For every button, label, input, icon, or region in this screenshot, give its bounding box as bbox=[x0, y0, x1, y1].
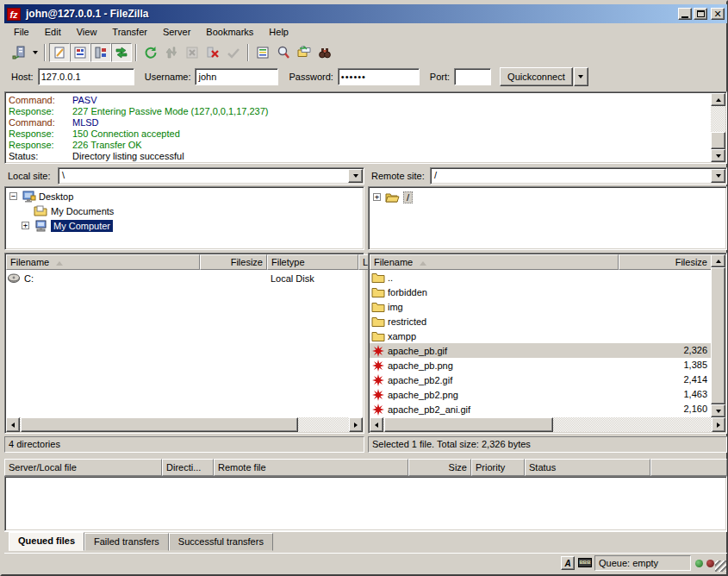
column-header-filename[interactable]: Filename bbox=[6, 254, 200, 270]
filter-button[interactable] bbox=[252, 43, 273, 62]
status-led-green-icon bbox=[695, 560, 703, 567]
log-scrollbar[interactable] bbox=[711, 93, 725, 162]
arrow-down-icon bbox=[716, 154, 721, 158]
toggle-queue-button[interactable] bbox=[111, 43, 132, 62]
toggle-message-log-button[interactable] bbox=[49, 43, 70, 62]
tree-item-desktop[interactable]: − Desktop bbox=[5, 189, 364, 203]
scroll-up-button[interactable] bbox=[711, 93, 725, 106]
column-header-status[interactable]: Status bbox=[525, 459, 650, 476]
directory-comparison-button[interactable] bbox=[273, 43, 294, 62]
local-list-header: Filename Filesize Filetype L bbox=[6, 254, 363, 270]
remote-vscrollbar[interactable] bbox=[711, 254, 725, 417]
file-name: C: bbox=[24, 273, 34, 284]
host-input[interactable] bbox=[38, 68, 134, 85]
scrollbar-thumb[interactable] bbox=[711, 267, 725, 404]
tab-successful-transfers[interactable]: Successful transfers bbox=[169, 533, 273, 551]
scroll-down-button[interactable] bbox=[711, 404, 725, 417]
remote-hscrollbar[interactable] bbox=[370, 417, 725, 432]
remote-row[interactable]: apache_pb.png 1,385 bbox=[370, 358, 711, 373]
site-manager-button[interactable] bbox=[9, 43, 29, 62]
menu-server[interactable]: Server bbox=[155, 25, 198, 39]
transfer-type-icon[interactable]: A bbox=[561, 556, 575, 570]
local-row-c-drive[interactable]: C: Local Disk bbox=[6, 271, 363, 285]
column-header-filetype[interactable]: Filetype bbox=[267, 254, 358, 270]
minimize-button[interactable] bbox=[678, 8, 692, 20]
remote-row[interactable]: restricted bbox=[370, 314, 711, 329]
scrollbar-thumb[interactable] bbox=[21, 417, 298, 432]
scroll-up-button[interactable] bbox=[711, 254, 725, 267]
tree-item-my-computer[interactable]: + My Computer bbox=[5, 218, 364, 233]
log-line: Command:MLSD bbox=[5, 117, 726, 128]
speed-limits-icon[interactable]: BBB bbox=[578, 558, 592, 567]
column-header-remote-file[interactable]: Remote file bbox=[214, 459, 408, 476]
tree-item-my-documents[interactable]: My Documents bbox=[5, 203, 364, 218]
directory-comparison-icon bbox=[277, 46, 290, 59]
log-line: Response:227 Entering Passive Mode (127,… bbox=[5, 106, 726, 117]
tree-item-root[interactable]: + / bbox=[369, 190, 726, 204]
cancel-button[interactable] bbox=[182, 43, 202, 62]
port-input[interactable] bbox=[454, 68, 491, 85]
quickconnect-button[interactable]: Quickconnect bbox=[500, 67, 573, 86]
column-header-filesize[interactable]: Filesize bbox=[619, 254, 712, 270]
expand-icon[interactable]: + bbox=[22, 222, 29, 229]
combo-dropdown-button[interactable] bbox=[711, 169, 725, 183]
scroll-left-button[interactable] bbox=[6, 417, 20, 432]
maximize-button[interactable] bbox=[694, 8, 707, 20]
remote-row[interactable]: apache_pb2_ani.gif 2,160 bbox=[370, 402, 711, 416]
reconnect-button[interactable] bbox=[223, 43, 244, 62]
refresh-button[interactable] bbox=[140, 43, 161, 62]
remote-row[interactable]: apache_pb2.gif 2,414 bbox=[370, 373, 711, 387]
menu-view[interactable]: View bbox=[69, 25, 105, 39]
remote-row[interactable]: forbidden bbox=[370, 285, 711, 299]
password-input[interactable] bbox=[338, 68, 420, 85]
column-header-priority[interactable]: Priority bbox=[471, 459, 525, 476]
message-log: Command:PASV Response:227 Entering Passi… bbox=[4, 91, 727, 164]
file-name: apache_pb2.png bbox=[388, 390, 458, 400]
resize-grip[interactable] bbox=[715, 560, 726, 572]
log-line: Command:PASV bbox=[5, 95, 726, 106]
site-manager-dropdown[interactable] bbox=[29, 43, 40, 62]
menu-transfer[interactable]: Transfer bbox=[104, 25, 155, 39]
my-documents-icon bbox=[34, 205, 47, 216]
disconnect-button[interactable] bbox=[202, 43, 223, 62]
toggle-local-tree-button[interactable] bbox=[70, 43, 90, 62]
menu-help[interactable]: Help bbox=[261, 25, 296, 39]
search-button[interactable] bbox=[314, 43, 335, 62]
toggle-remote-tree-button[interactable] bbox=[90, 43, 111, 62]
menu-file[interactable]: File bbox=[6, 25, 37, 39]
file-name: apache_pb2_ani.gif bbox=[388, 404, 470, 415]
column-header-size[interactable]: Size bbox=[408, 459, 471, 476]
tab-failed-transfers[interactable]: Failed transfers bbox=[84, 533, 169, 551]
synchronized-browsing-button[interactable] bbox=[294, 43, 314, 62]
tab-queued-files[interactable]: Queued files bbox=[9, 532, 84, 551]
column-header-server-local-file[interactable]: Server/Local file bbox=[4, 459, 162, 476]
scroll-down-button[interactable] bbox=[711, 149, 725, 162]
scroll-right-button[interactable] bbox=[712, 417, 725, 432]
scrollbar-thumb[interactable] bbox=[711, 132, 725, 149]
close-button[interactable]: ✕ bbox=[711, 8, 725, 20]
scrollbar-thumb[interactable] bbox=[384, 417, 553, 432]
quickconnect-dropdown[interactable] bbox=[574, 67, 588, 86]
remote-row[interactable]: apache_pb2.png 1,463 bbox=[370, 387, 711, 402]
column-header-filesize[interactable]: Filesize bbox=[200, 254, 267, 270]
remote-row[interactable]: xampp bbox=[370, 329, 711, 343]
remote-file-list: Filename Filesize .. forbidden img bbox=[368, 253, 727, 434]
combo-dropdown-button[interactable] bbox=[348, 169, 363, 183]
remote-status-text: Selected 1 file. Total size: 2,326 bytes bbox=[368, 436, 727, 453]
username-input[interactable] bbox=[195, 68, 278, 85]
remote-site-combobox[interactable]: / bbox=[430, 167, 727, 185]
local-hscrollbar[interactable] bbox=[6, 417, 363, 432]
scroll-left-button[interactable] bbox=[370, 417, 383, 432]
remote-row[interactable]: .. bbox=[370, 270, 711, 285]
local-site-combobox[interactable]: \ bbox=[58, 167, 364, 185]
remote-row-selected[interactable]: apache_pb.gif 2,326 bbox=[370, 343, 711, 358]
expand-icon[interactable]: + bbox=[373, 193, 381, 201]
process-queue-button[interactable] bbox=[161, 43, 182, 62]
scroll-right-button[interactable] bbox=[349, 417, 363, 432]
collapse-icon[interactable]: − bbox=[9, 192, 17, 200]
remote-row[interactable]: img bbox=[370, 299, 711, 314]
column-header-direction[interactable]: Directi... bbox=[162, 459, 214, 476]
column-header-filename[interactable]: Filename bbox=[370, 254, 619, 270]
menu-edit[interactable]: Edit bbox=[37, 25, 69, 39]
menu-bookmarks[interactable]: Bookmarks bbox=[198, 25, 261, 39]
